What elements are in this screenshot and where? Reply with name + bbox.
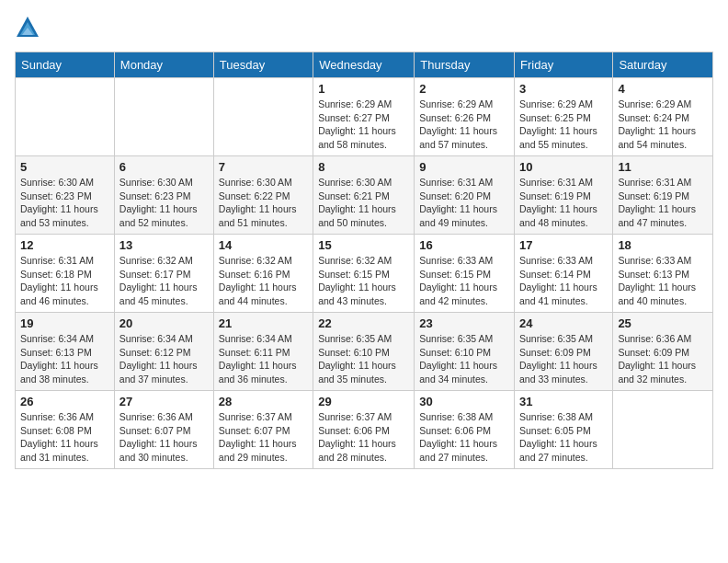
day-number: 6 (119, 160, 209, 174)
day-number: 17 (519, 238, 608, 252)
day-number: 20 (119, 316, 209, 330)
calendar-cell: 17Sunrise: 6:33 AM Sunset: 6:14 PM Dayli… (515, 235, 613, 313)
weekday-header-wednesday: Wednesday (313, 52, 415, 78)
day-number: 23 (419, 316, 509, 330)
calendar-cell: 27Sunrise: 6:36 AM Sunset: 6:07 PM Dayli… (114, 391, 213, 469)
day-info: Sunrise: 6:36 AM Sunset: 6:07 PM Dayligh… (119, 410, 209, 465)
day-info: Sunrise: 6:34 AM Sunset: 6:12 PM Dayligh… (119, 332, 209, 386)
calendar-cell: 12Sunrise: 6:31 AM Sunset: 6:18 PM Dayli… (16, 235, 115, 313)
calendar-cell: 1Sunrise: 6:29 AM Sunset: 6:27 PM Daylig… (313, 78, 415, 156)
logo-icon (15, 15, 40, 40)
day-info: Sunrise: 6:33 AM Sunset: 6:14 PM Dayligh… (519, 254, 608, 308)
weekday-header-tuesday: Tuesday (213, 52, 313, 78)
weekday-header-thursday: Thursday (415, 52, 515, 78)
calendar-week-row: 12Sunrise: 6:31 AM Sunset: 6:18 PM Dayli… (16, 235, 713, 313)
calendar-week-row: 26Sunrise: 6:36 AM Sunset: 6:08 PM Dayli… (16, 391, 713, 469)
day-number: 15 (318, 238, 409, 252)
day-number: 19 (20, 316, 109, 330)
day-info: Sunrise: 6:33 AM Sunset: 6:15 PM Dayligh… (419, 254, 509, 308)
calendar-cell: 19Sunrise: 6:34 AM Sunset: 6:13 PM Dayli… (16, 313, 115, 391)
day-info: Sunrise: 6:38 AM Sunset: 6:05 PM Dayligh… (519, 410, 608, 465)
day-info: Sunrise: 6:32 AM Sunset: 6:15 PM Dayligh… (318, 254, 409, 308)
day-number: 24 (519, 316, 608, 330)
day-number: 9 (419, 160, 509, 174)
day-info: Sunrise: 6:30 AM Sunset: 6:23 PM Dayligh… (119, 176, 209, 230)
day-info: Sunrise: 6:29 AM Sunset: 6:27 PM Dayligh… (318, 98, 409, 152)
calendar-cell: 14Sunrise: 6:32 AM Sunset: 6:16 PM Dayli… (213, 235, 313, 313)
calendar-cell: 28Sunrise: 6:37 AM Sunset: 6:07 PM Dayli… (213, 391, 313, 469)
calendar-cell: 16Sunrise: 6:33 AM Sunset: 6:15 PM Dayli… (415, 235, 515, 313)
calendar-cell: 10Sunrise: 6:31 AM Sunset: 6:19 PM Dayli… (515, 156, 613, 235)
page-header (15, 15, 713, 40)
day-number: 22 (318, 316, 409, 330)
day-info: Sunrise: 6:34 AM Sunset: 6:11 PM Dayligh… (219, 332, 308, 386)
calendar-week-row: 5Sunrise: 6:30 AM Sunset: 6:23 PM Daylig… (16, 156, 713, 235)
day-number: 7 (219, 160, 308, 174)
day-number: 12 (20, 238, 109, 252)
calendar-cell: 9Sunrise: 6:31 AM Sunset: 6:20 PM Daylig… (415, 156, 515, 235)
day-number: 13 (119, 238, 209, 252)
calendar-cell: 6Sunrise: 6:30 AM Sunset: 6:23 PM Daylig… (114, 156, 213, 235)
day-info: Sunrise: 6:33 AM Sunset: 6:13 PM Dayligh… (618, 254, 708, 308)
day-number: 3 (519, 82, 608, 96)
day-info: Sunrise: 6:34 AM Sunset: 6:13 PM Dayligh… (20, 332, 109, 386)
calendar-cell: 15Sunrise: 6:32 AM Sunset: 6:15 PM Dayli… (313, 235, 415, 313)
day-info: Sunrise: 6:35 AM Sunset: 6:09 PM Dayligh… (519, 332, 608, 386)
day-info: Sunrise: 6:31 AM Sunset: 6:19 PM Dayligh… (519, 176, 608, 230)
calendar-cell: 4Sunrise: 6:29 AM Sunset: 6:24 PM Daylig… (613, 78, 713, 156)
calendar-cell: 2Sunrise: 6:29 AM Sunset: 6:26 PM Daylig… (415, 78, 515, 156)
day-info: Sunrise: 6:30 AM Sunset: 6:22 PM Dayligh… (219, 176, 308, 230)
day-number: 5 (20, 160, 109, 174)
day-info: Sunrise: 6:35 AM Sunset: 6:10 PM Dayligh… (318, 332, 409, 386)
calendar-cell: 25Sunrise: 6:36 AM Sunset: 6:09 PM Dayli… (613, 313, 713, 391)
calendar-cell: 21Sunrise: 6:34 AM Sunset: 6:11 PM Dayli… (213, 313, 313, 391)
day-info: Sunrise: 6:36 AM Sunset: 6:08 PM Dayligh… (20, 410, 109, 465)
day-info: Sunrise: 6:29 AM Sunset: 6:26 PM Dayligh… (419, 98, 509, 152)
day-number: 11 (618, 160, 708, 174)
calendar-cell: 7Sunrise: 6:30 AM Sunset: 6:22 PM Daylig… (213, 156, 313, 235)
weekday-header-saturday: Saturday (613, 52, 713, 78)
calendar-week-row: 19Sunrise: 6:34 AM Sunset: 6:13 PM Dayli… (16, 313, 713, 391)
day-number: 4 (618, 82, 708, 96)
calendar-cell: 24Sunrise: 6:35 AM Sunset: 6:09 PM Dayli… (515, 313, 613, 391)
day-info: Sunrise: 6:32 AM Sunset: 6:16 PM Dayligh… (219, 254, 308, 308)
day-number: 28 (219, 395, 308, 408)
day-number: 26 (20, 395, 109, 408)
calendar-table: SundayMondayTuesdayWednesdayThursdayFrid… (15, 52, 713, 469)
day-number: 1 (318, 82, 409, 96)
day-number: 31 (519, 395, 608, 408)
day-info: Sunrise: 6:31 AM Sunset: 6:18 PM Dayligh… (20, 254, 109, 308)
day-info: Sunrise: 6:31 AM Sunset: 6:20 PM Dayligh… (419, 176, 509, 230)
calendar-cell: 18Sunrise: 6:33 AM Sunset: 6:13 PM Dayli… (613, 235, 713, 313)
calendar-cell (213, 78, 313, 156)
day-info: Sunrise: 6:29 AM Sunset: 6:24 PM Dayligh… (618, 98, 708, 152)
calendar-cell: 3Sunrise: 6:29 AM Sunset: 6:25 PM Daylig… (515, 78, 613, 156)
calendar-cell: 29Sunrise: 6:37 AM Sunset: 6:06 PM Dayli… (313, 391, 415, 469)
day-number: 10 (519, 160, 608, 174)
day-info: Sunrise: 6:37 AM Sunset: 6:07 PM Dayligh… (219, 410, 308, 465)
day-number: 8 (318, 160, 409, 174)
calendar-cell: 13Sunrise: 6:32 AM Sunset: 6:17 PM Dayli… (114, 235, 213, 313)
weekday-header-friday: Friday (515, 52, 613, 78)
day-info: Sunrise: 6:32 AM Sunset: 6:17 PM Dayligh… (119, 254, 209, 308)
calendar-cell: 23Sunrise: 6:35 AM Sunset: 6:10 PM Dayli… (415, 313, 515, 391)
calendar-cell: 8Sunrise: 6:30 AM Sunset: 6:21 PM Daylig… (313, 156, 415, 235)
day-info: Sunrise: 6:36 AM Sunset: 6:09 PM Dayligh… (618, 332, 708, 386)
day-info: Sunrise: 6:35 AM Sunset: 6:10 PM Dayligh… (419, 332, 509, 386)
day-info: Sunrise: 6:37 AM Sunset: 6:06 PM Dayligh… (318, 410, 409, 465)
calendar-cell: 5Sunrise: 6:30 AM Sunset: 6:23 PM Daylig… (16, 156, 115, 235)
weekday-header-monday: Monday (114, 52, 213, 78)
calendar-cell: 11Sunrise: 6:31 AM Sunset: 6:19 PM Dayli… (613, 156, 713, 235)
calendar-cell (16, 78, 115, 156)
calendar-week-row: 1Sunrise: 6:29 AM Sunset: 6:27 PM Daylig… (16, 78, 713, 156)
calendar-cell: 30Sunrise: 6:38 AM Sunset: 6:06 PM Dayli… (415, 391, 515, 469)
day-number: 27 (119, 395, 209, 408)
day-info: Sunrise: 6:29 AM Sunset: 6:25 PM Dayligh… (519, 98, 608, 152)
day-number: 2 (419, 82, 509, 96)
day-number: 21 (219, 316, 308, 330)
day-number: 16 (419, 238, 509, 252)
calendar-cell: 20Sunrise: 6:34 AM Sunset: 6:12 PM Dayli… (114, 313, 213, 391)
calendar-cell: 22Sunrise: 6:35 AM Sunset: 6:10 PM Dayli… (313, 313, 415, 391)
day-number: 18 (618, 238, 708, 252)
day-number: 30 (419, 395, 509, 408)
